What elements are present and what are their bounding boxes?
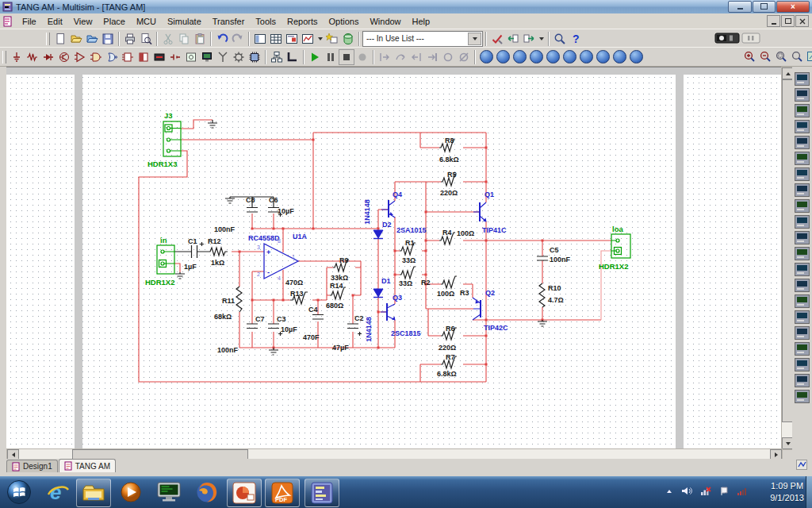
distortion-analyzer-icon[interactable] [795,247,810,260]
multimeter-icon[interactable] [795,72,810,86]
value-q3[interactable]: 2SC1815 [391,329,421,337]
value-q4[interactable]: 2SA1015 [396,226,427,234]
grapher-dropdown[interactable] [316,31,324,47]
oscilloscope-icon[interactable] [795,120,810,133]
spreadsheet-view-button[interactable] [268,31,284,47]
network-analyzer-icon[interactable] [795,279,810,292]
value-c2[interactable]: 47µF [332,344,349,352]
schematic-canvas[interactable]: J3 HDR1X3 in HDR1X2 loa HDR1X2 C1 1µF R1… [6,67,781,449]
menu-tools[interactable]: Tools [250,15,282,28]
show-desktop-button[interactable] [806,476,812,508]
menu-transfer[interactable]: Transfer [207,15,251,28]
erc-button[interactable] [489,31,505,47]
action-center-icon[interactable] [719,486,729,498]
wattmeter-icon[interactable] [795,104,810,117]
place-diode-icon[interactable] [40,49,56,65]
tektronix-oscilloscope-icon[interactable] [795,342,810,356]
mdi-restore-button[interactable] [781,15,795,27]
value-d2[interactable]: 1N4148 [363,199,371,225]
tab-tang-am[interactable]: TANG AM [59,459,116,472]
power-switch[interactable] [714,30,741,46]
run-button[interactable] [307,49,323,65]
minimize-button[interactable] [728,1,752,13]
value-c4[interactable]: 470F [303,333,320,341]
menu-file[interactable]: File [17,15,42,28]
value-r4[interactable]: 100Ω [457,229,474,237]
label-c1[interactable]: C1 [188,237,197,245]
restore-button[interactable] [753,1,776,13]
probe-gain-icon[interactable] [563,50,576,64]
ni-elvis-icon[interactable] [795,374,810,387]
label-in-part[interactable]: HDR1X2 [145,278,175,287]
value-c5[interactable]: 100nF [550,256,571,264]
toggle-breakpoint-button[interactable] [440,49,456,65]
label-r14[interactable]: R14 [330,282,343,290]
network-error-icon[interactable] [700,486,711,498]
multisim-icon[interactable] [304,479,339,507]
menu-window[interactable]: Window [364,15,406,28]
probe-clear-icon[interactable] [630,50,643,64]
pdf-reader-icon[interactable]: PDF [265,479,300,507]
remove-breakpoints-button[interactable] [456,49,472,65]
label-r9[interactable]: R9 [339,256,349,264]
value-r1[interactable]: 33Ω [402,256,416,264]
zoom-fit-icon[interactable] [789,48,805,64]
label-c8[interactable]: C8 [246,196,255,204]
powerpoint-icon[interactable] [227,479,262,507]
label-r1[interactable]: R1 [405,239,415,247]
label-r11[interactable]: R11 [222,297,235,305]
start-button[interactable] [3,479,35,506]
volume-icon[interactable] [681,486,692,498]
probe-voltage-icon[interactable] [480,50,493,64]
label-j3-part[interactable]: HDR1X3 [147,160,178,168]
close-button[interactable]: × [776,1,810,13]
value-r10[interactable]: 4.7Ω [548,296,564,304]
find-button[interactable] [552,31,568,47]
label-c6[interactable]: C6 [269,196,278,204]
value-q1[interactable]: TIP41C [482,226,507,234]
stop-button[interactable] [339,49,354,65]
label-c4[interactable]: C4 [308,306,318,314]
undo-button[interactable] [214,31,230,47]
label-j3[interactable]: J3 [164,111,173,120]
open-sample-button[interactable] [84,31,100,47]
annotate-dropdown[interactable] [537,31,546,47]
spectrum-analyzer-icon[interactable] [795,263,810,276]
record-button[interactable] [354,49,370,65]
value-r14[interactable]: 680Ω [326,302,343,310]
label-q4[interactable]: Q4 [393,190,402,198]
value-r8[interactable]: 6.8kΩ [439,156,459,164]
place-cmos-icon[interactable] [104,49,120,65]
step-into-button[interactable] [377,49,393,65]
label-r4[interactable]: R4 [442,229,452,237]
label-loa-part[interactable]: HDR1X2 [599,262,629,271]
media-player-icon[interactable] [114,479,147,506]
probe-power-icon[interactable] [513,50,527,64]
taskbar-clock[interactable]: 1:09 PM 9/1/2013 [770,480,804,504]
place-misc-digital-icon[interactable] [120,49,136,65]
hierarchy-icon[interactable] [269,49,285,65]
place-indicator-icon[interactable] [151,49,167,65]
place-rf-icon[interactable] [215,49,231,65]
label-c2[interactable]: C2 [354,314,364,322]
label-c7[interactable]: C7 [255,315,265,323]
probe-digital-icon[interactable] [546,50,560,64]
constraint-button[interactable] [796,460,807,471]
place-basic-icon[interactable] [25,49,40,65]
value-c1[interactable]: 1µF [184,263,197,271]
agilent-function-generator-icon[interactable] [795,294,810,308]
value-d1[interactable]: 1N4148 [365,317,373,342]
logic-converter-icon[interactable] [795,215,810,229]
label-u1a[interactable]: U1A [293,233,308,241]
print-button[interactable] [122,31,138,47]
console-icon[interactable] [152,479,186,506]
print-preview-button[interactable] [138,31,154,47]
value-r3[interactable]: 100Ω [437,290,454,298]
cut-button[interactable] [160,31,176,47]
place-source-icon[interactable] [9,49,25,65]
in-use-list-combobox[interactable]: --- In Use List --- [362,31,483,47]
place-ttl-icon[interactable] [88,49,104,65]
mdi-close-button[interactable] [795,15,809,27]
database-manager-button[interactable] [340,31,356,47]
probe-phase-icon[interactable] [580,50,593,64]
